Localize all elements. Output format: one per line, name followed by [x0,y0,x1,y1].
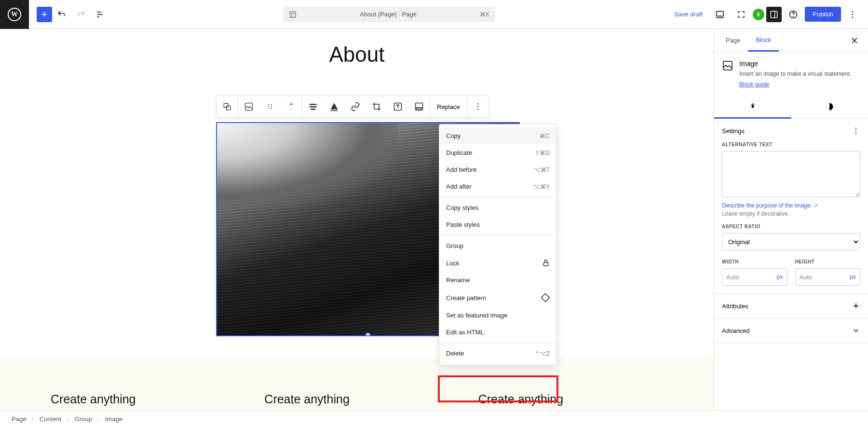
block-breadcrumb: Page › Content › Group › Image [0,411,868,427]
menu-rename[interactable]: Rename [439,272,556,289]
save-draft-button[interactable]: Save draft [668,7,708,22]
document-title: About (Page) · Page [297,11,480,18]
help-button[interactable] [784,5,803,24]
resize-handle[interactable] [365,332,371,336]
fullscreen-button[interactable] [732,5,751,24]
replace-button[interactable]: Replace [430,96,467,117]
block-context-menu: Copy⌘CDuplicate⇧⌘DAdd before⌥⌘TAdd after… [439,124,557,365]
menu-group[interactable]: Group [439,237,556,254]
plus-icon [852,302,860,310]
column-heading[interactable]: Create anything [478,392,663,406]
drag-handle[interactable] [259,96,281,117]
alt-subhelp: Leave empty if decorative. [722,210,860,217]
menu-delete[interactable]: Delete ⌃⌥Z [439,345,556,362]
height-input[interactable]: Auto px [795,268,861,286]
svg-rect-34 [543,262,548,266]
height-label: Height [795,259,861,264]
advanced-panel[interactable]: Advanced [714,318,868,343]
tab-block[interactable]: Block [748,29,779,52]
svg-point-12 [852,11,854,12]
undo-button[interactable] [52,5,71,24]
menu-add-after[interactable]: Add after⌥⌘Y [439,178,556,195]
svg-rect-16 [226,106,230,110]
align-button[interactable] [302,96,324,117]
svg-rect-25 [310,106,317,108]
svg-point-42 [855,130,856,131]
alt-help-link[interactable]: Describe the purpose of the image. ↗ [722,202,817,209]
svg-rect-26 [311,109,315,110]
menu-lock[interactable]: Lock [439,254,556,272]
settings-heading: Settings [722,127,745,135]
svg-rect-24 [310,104,317,105]
breadcrumb-item[interactable]: Page [12,415,26,423]
column-heading[interactable]: Create anything [264,392,449,406]
menu-copy[interactable]: Copy⌘C [439,127,556,144]
view-devices-button[interactable] [710,5,730,24]
aspect-ratio-label: Aspect Ratio [722,224,860,229]
settings-sidebar-toggle[interactable] [766,7,782,22]
breadcrumb-item[interactable]: Content [40,415,62,423]
image-icon [722,60,733,71]
publish-button[interactable]: Publish [805,7,841,22]
document-overview-button[interactable] [91,5,110,24]
width-label: Width [722,259,787,264]
svg-point-41 [855,128,856,129]
svg-rect-3 [290,12,296,17]
menu-paste-styles[interactable]: Paste styles [439,216,556,233]
block-guide-link[interactable]: Block guide [739,81,769,88]
options-button[interactable] [843,5,862,24]
svg-point-18 [268,104,269,105]
wordpress-logo[interactable]: W [0,0,29,29]
caption-button[interactable] [324,96,345,117]
close-sidebar-button[interactable] [845,36,864,45]
add-block-button[interactable]: + [37,7,52,22]
menu-create-pattern[interactable]: Create pattern [439,289,556,307]
attributes-panel[interactable]: Attributes [714,294,868,318]
svg-rect-27 [331,110,338,111]
move-buttons[interactable] [281,96,302,117]
tab-page[interactable]: Page [718,30,748,51]
alt-text-input[interactable] [722,151,860,197]
page-title[interactable]: About [0,42,714,67]
template-icon [289,11,297,18]
breadcrumb-item[interactable]: Image [105,415,122,423]
svg-rect-35 [542,294,550,302]
svg-point-32 [477,106,478,108]
settings-more-icon[interactable] [852,126,860,135]
select-parent-button[interactable] [217,96,238,117]
document-shortcut: ⌘K [480,11,489,18]
svg-point-11 [793,16,794,16]
svg-rect-17 [245,103,253,110]
width-input[interactable]: Auto px [722,268,787,286]
menu-edit-as-html[interactable]: Edit as HTML [439,324,556,341]
block-options-button[interactable] [467,96,488,117]
link-button[interactable] [345,96,366,117]
menu-set-as-featured-image[interactable]: Set as featured image [439,307,556,324]
text-overlay-button[interactable] [387,96,408,117]
jetpack-icon[interactable] [753,9,764,20]
block-toolbar: Replace [216,96,489,118]
redo-button[interactable] [71,5,91,24]
svg-rect-38 [723,61,732,70]
menu-copy-styles[interactable]: Copy styles [439,199,556,216]
block-description: Insert an image to make a visual stateme… [739,69,851,78]
menu-add-before[interactable]: Add before⌥⌘T [439,161,556,178]
svg-point-43 [855,133,856,134]
document-bar[interactable]: About (Page) · Page ⌘K [283,7,495,22]
svg-rect-30 [417,108,421,109]
svg-point-22 [271,106,272,107]
menu-duplicate[interactable]: Duplicate⇧⌘D [439,144,556,161]
svg-rect-6 [717,11,724,16]
breadcrumb-item[interactable]: Group [75,415,92,423]
chevron-down-icon [852,326,860,335]
subtab-styles[interactable] [791,96,868,118]
duotone-button[interactable] [408,96,430,117]
subtab-settings[interactable] [714,96,791,119]
aspect-ratio-select[interactable]: Original [722,233,860,250]
svg-point-19 [268,106,269,107]
svg-point-20 [268,108,269,109]
column-heading[interactable]: Create anything [51,392,235,406]
crop-button[interactable] [366,96,387,117]
block-type-icon[interactable] [238,96,259,117]
svg-point-33 [477,109,478,110]
